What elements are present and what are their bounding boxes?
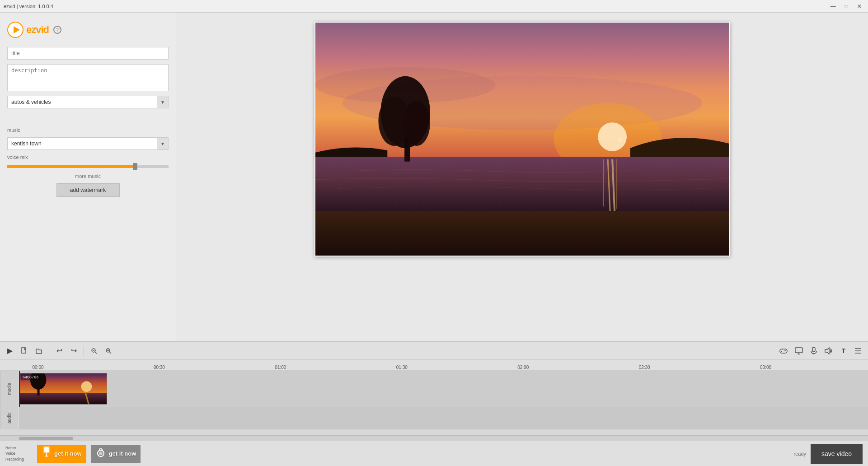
more-music-link[interactable]: more music [7, 173, 169, 179]
help-icon[interactable]: ? [53, 26, 61, 34]
toolbar-right: T [777, 345, 864, 357]
left-panel: ezvid ? autos & vehicles film & animatio… [0, 13, 176, 341]
ruler-marks: 00:0000:3001:0001:3002:0002:3003:0003:30 [38, 360, 868, 371]
status-text: ready [794, 451, 807, 457]
toolbar: ▶ ↩ ↪ [0, 342, 868, 360]
ruler-time-mark: 00:30 [154, 365, 165, 370]
timeline-scrollbar[interactable] [0, 435, 868, 441]
music-select-wrapper: kentish town no music upbeat calm ▼ [7, 137, 169, 150]
mic-button[interactable] [807, 345, 820, 357]
svg-rect-33 [795, 348, 802, 353]
svg-point-32 [785, 350, 786, 351]
spacer [7, 113, 169, 118]
svg-point-17 [403, 101, 430, 146]
svg-point-31 [784, 350, 785, 351]
ruler-time-mark: 01:00 [275, 365, 286, 370]
timeline-ruler: 00:0000:3001:0001:3002:0002:3003:0003:30 [0, 360, 868, 371]
timeline-tracks: media audio 00:00 6466763 [0, 371, 868, 435]
svg-rect-36 [812, 347, 815, 352]
zoom-out-button[interactable] [88, 345, 100, 357]
video-clip[interactable]: 6466763 [19, 373, 107, 405]
titlebar: ezvid | version: 1.0.0.4 — □ ✕ [0, 0, 868, 13]
logo-ez: ez [26, 24, 36, 35]
svg-line-25 [109, 352, 111, 354]
svg-point-53 [99, 452, 103, 455]
promo-icon-2 [95, 447, 106, 460]
zoom-in-button[interactable] [102, 345, 115, 357]
info-line1: Better [5, 446, 16, 450]
ruler-time-mark: 02:00 [517, 365, 529, 370]
close-button[interactable]: ✕ [854, 2, 864, 10]
clip-label: 6466763 [21, 374, 40, 380]
toolbar-separator [49, 346, 49, 356]
new-button[interactable] [18, 345, 31, 357]
logo-vid: vid [36, 24, 49, 35]
voice-mix-slider[interactable] [7, 165, 169, 168]
info-line3: Recording [5, 457, 24, 461]
promo-icon-1 [42, 446, 52, 461]
music-label: music [7, 127, 169, 133]
speaker-button[interactable] [822, 345, 835, 357]
video-preview [314, 22, 730, 256]
ezvid-logo-icon [7, 22, 23, 38]
ruler-time-mark: 00:00 [32, 365, 43, 370]
text-button[interactable]: T [837, 345, 850, 357]
music-select[interactable]: kentish town no music upbeat calm [7, 137, 169, 150]
top-area: ezvid ? autos & vehicles film & animatio… [0, 13, 868, 341]
sunset-scene [315, 23, 729, 256]
titlebar-controls: — □ ✕ [828, 2, 864, 10]
logo-text: ezvid [26, 24, 49, 36]
open-button[interactable] [33, 345, 45, 357]
toolbar-separator-2 [84, 346, 84, 356]
undo-button[interactable]: ↩ [53, 345, 66, 357]
description-input[interactable] [7, 64, 169, 91]
svg-rect-13 [315, 211, 729, 256]
monitor-button[interactable] [792, 345, 806, 357]
timeline-container: ▶ ↩ ↪ [0, 341, 868, 441]
maximize-button[interactable]: □ [842, 2, 851, 10]
voice-mix-label: voice mix [7, 154, 169, 160]
svg-rect-44 [19, 393, 107, 404]
promo-label-1: get it now [54, 450, 82, 457]
info-line2: Voice [5, 451, 15, 456]
save-video-button[interactable]: save video [811, 444, 863, 464]
add-watermark-button[interactable]: add watermark [56, 183, 120, 197]
scrollbar-thumb[interactable] [19, 437, 73, 440]
promo-label-2: get it now [109, 450, 136, 457]
logo-area: ezvid ? [7, 22, 169, 38]
media-track-label: media [0, 371, 18, 407]
redo-button[interactable]: ↪ [67, 345, 80, 357]
list-button[interactable] [852, 345, 864, 357]
ruler-time-mark: 01:30 [396, 365, 408, 370]
svg-point-43 [81, 381, 92, 392]
ruler-time-mark: 03:00 [760, 365, 771, 370]
minimize-button[interactable]: — [828, 2, 839, 10]
svg-rect-8 [315, 157, 729, 211]
gamepad-button[interactable] [777, 345, 790, 357]
audio-track-label: audio [0, 407, 18, 429]
bottom-left-info: Better Voice Recording [5, 445, 33, 462]
promo-button-2[interactable]: get it now [91, 445, 141, 463]
titlebar-title: ezvid | version: 1.0.0.4 [4, 4, 53, 9]
ruler-time-mark: 02:30 [639, 365, 650, 370]
play-button[interactable]: ▶ [4, 345, 16, 357]
svg-point-7 [598, 122, 627, 151]
media-track: 00:00 6466763 [19, 371, 868, 407]
category-select-wrapper: autos & vehicles film & animation music … [7, 96, 169, 108]
main-container: ezvid ? autos & vehicles film & animatio… [0, 13, 868, 466]
audio-track [19, 407, 868, 429]
bottom-bar: Better Voice Recording get it now get it… [0, 441, 868, 466]
preview-area [176, 13, 868, 341]
svg-line-22 [95, 352, 97, 354]
title-input[interactable] [7, 47, 169, 60]
svg-marker-38 [825, 348, 829, 354]
category-select[interactable]: autos & vehicles film & animation music … [7, 96, 169, 108]
timeline-inner: 00:0000:3001:0001:3002:0002:3003:0003:30… [0, 360, 868, 441]
svg-rect-49 [44, 447, 49, 452]
svg-rect-20 [22, 348, 26, 353]
promo-button-1[interactable]: get it now [37, 445, 86, 463]
playhead: 00:00 [19, 371, 20, 407]
